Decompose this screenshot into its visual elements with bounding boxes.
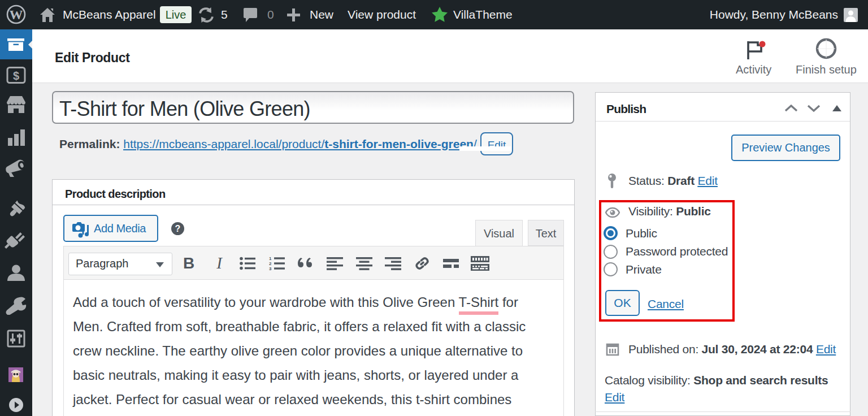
svg-text:$: $ — [13, 70, 19, 82]
svg-text:1: 1 — [269, 256, 272, 261]
svg-text:3: 3 — [269, 266, 272, 271]
svg-text:W: W — [10, 7, 23, 22]
svg-text:2: 2 — [269, 261, 272, 266]
